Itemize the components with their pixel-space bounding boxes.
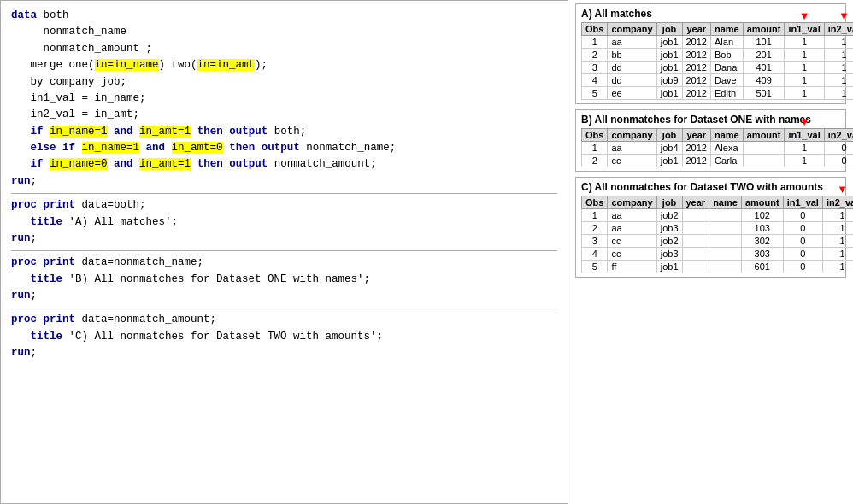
col-in1val: in1_val — [783, 196, 822, 209]
table-b: Obs company job year name amount ▼ in1_v… — [581, 128, 853, 167]
code-line: else if in_name=1 and in_amt=0 then outp… — [11, 140, 557, 156]
table-row: 3ddjob12012Dana40111 — [582, 62, 854, 74]
col-job: job — [656, 196, 682, 209]
table-row: 1aajob12012Alan10111 — [582, 36, 854, 49]
col-in2val: ▼ in2_val — [822, 196, 853, 209]
result-section-a: A) All matches Obs company job year name… — [575, 3, 846, 104]
code-line: run; — [11, 231, 557, 247]
col-company: company — [608, 196, 656, 209]
col-in1val: ▼ in1_val — [785, 23, 824, 36]
col-obs: Obs — [582, 129, 608, 142]
col-obs: Obs — [582, 196, 608, 209]
col-in1val: ▼ in1_val — [785, 129, 824, 142]
table-row: 1aajob210201 — [582, 209, 854, 222]
code-line-title-c: title 'C) All nonmatches for Dataset TWO… — [11, 329, 557, 345]
code-line: run; — [11, 345, 557, 361]
col-in2val: ▼ in2_val — [824, 23, 853, 36]
arrow-in2val-c: ▼ — [837, 184, 848, 195]
result-title-c: C) All nonmatches for Dataset TWO with a… — [581, 181, 840, 193]
table-row: 5eejob12012Edith50111 — [582, 87, 854, 100]
table-row: 2aajob310301 — [582, 222, 854, 235]
results-panel: A) All matches Obs company job year name… — [568, 0, 853, 504]
code-line: run; — [11, 173, 557, 190]
code-line: in2_val = in_amt; — [11, 107, 557, 123]
table-row: 2ccjob12012Carla10 — [582, 155, 854, 167]
col-company: company — [608, 129, 656, 142]
arrow-in1val-b: ▼ — [799, 116, 810, 127]
code-line: proc print data=nonmatch_amount; — [11, 312, 557, 328]
code-line: merge one(in=in_name) two(in=in_amt); — [11, 57, 557, 73]
col-name: name — [710, 23, 743, 36]
arrow-in2val: ▼ — [838, 10, 850, 21]
col-job: job — [656, 129, 682, 142]
col-in2val: in2_val — [824, 129, 853, 142]
table-row: 1aajob42012Alexa10 — [582, 142, 854, 155]
code-line: proc print data=nonmatch_name; — [11, 255, 557, 271]
code-line-title-a: title 'A) All matches'; — [11, 214, 557, 231]
code-line: data both — [11, 8, 557, 24]
col-name: name — [710, 129, 743, 142]
col-obs: Obs — [582, 23, 608, 36]
col-amount: amount — [743, 23, 785, 36]
col-company: company — [608, 23, 656, 36]
table-row: 5ffjob160101 — [582, 261, 854, 273]
code-line: by company job; — [11, 74, 557, 91]
arrow-in1val: ▼ — [799, 10, 810, 21]
table-row: 4ccjob330301 — [582, 248, 854, 261]
code-line: nonmatch_amount ; — [11, 41, 557, 57]
table-a: Obs company job year name amount ▼ in1_v… — [581, 22, 853, 100]
col-amount: amount — [741, 196, 783, 209]
code-line: nonmatch_name — [11, 24, 557, 40]
result-section-b: B) All nonmatches for Dataset ONE with n… — [575, 109, 846, 172]
col-job: job — [656, 23, 682, 36]
code-line: if in_name=1 and in_amt=1 then output bo… — [11, 124, 557, 140]
table-c: Obs company job year name amount in1_val… — [581, 196, 853, 273]
col-year: year — [682, 196, 709, 209]
table-row: 2bbjob12012Bob20111 — [582, 49, 854, 62]
table-row: 4ddjob92012Dave40911 — [582, 74, 854, 87]
result-section-c: C) All nonmatches for Dataset TWO with a… — [575, 177, 846, 278]
code-line: proc print data=both; — [11, 197, 557, 214]
col-year: year — [682, 23, 710, 36]
table-row: 3ccjob230201 — [582, 235, 854, 248]
code-line: in1_val = in_name; — [11, 91, 557, 107]
code-panel: data both nonmatch_name nonmatch_amount … — [0, 0, 568, 504]
code-line: if in_name=0 and in_amt=1 then output no… — [11, 156, 557, 173]
col-name: name — [709, 196, 742, 209]
code-line-title-b: title 'B) All nonmatches for Dataset ONE… — [11, 272, 557, 288]
code-line: run; — [11, 288, 557, 304]
col-amount: amount — [743, 129, 785, 142]
col-year: year — [682, 129, 710, 142]
